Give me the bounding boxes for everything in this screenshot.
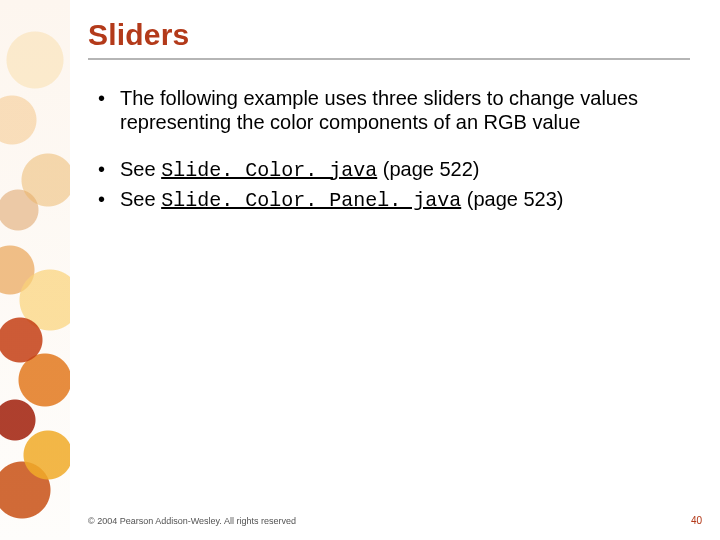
bullet-item: See Slide. Color. Panel. java (page 523) <box>98 187 690 213</box>
title-rule <box>88 58 690 60</box>
code-link: Slide. Color. java <box>161 159 377 182</box>
bullet-item: The following example uses three sliders… <box>98 86 690 135</box>
code-link: Slide. Color. Panel. java <box>161 189 461 212</box>
slide-content: Sliders The following example uses three… <box>70 0 720 540</box>
copyright-footer: © 2004 Pearson Addison-Wesley. All right… <box>88 516 296 526</box>
bullet-text: The following example uses three sliders… <box>120 87 638 133</box>
bullet-text-prefix: See <box>120 188 161 210</box>
slide-title: Sliders <box>88 18 690 52</box>
bullet-list: The following example uses three sliders… <box>88 86 690 214</box>
bullet-text-suffix: (page 523) <box>461 188 563 210</box>
decorative-sidebar <box>0 0 70 540</box>
bullet-item: See Slide. Color. java (page 522) <box>98 157 690 183</box>
bullet-text-suffix: (page 522) <box>377 158 479 180</box>
slide: Sliders The following example uses three… <box>0 0 720 540</box>
page-number: 40 <box>691 515 702 526</box>
bullet-text-prefix: See <box>120 158 161 180</box>
